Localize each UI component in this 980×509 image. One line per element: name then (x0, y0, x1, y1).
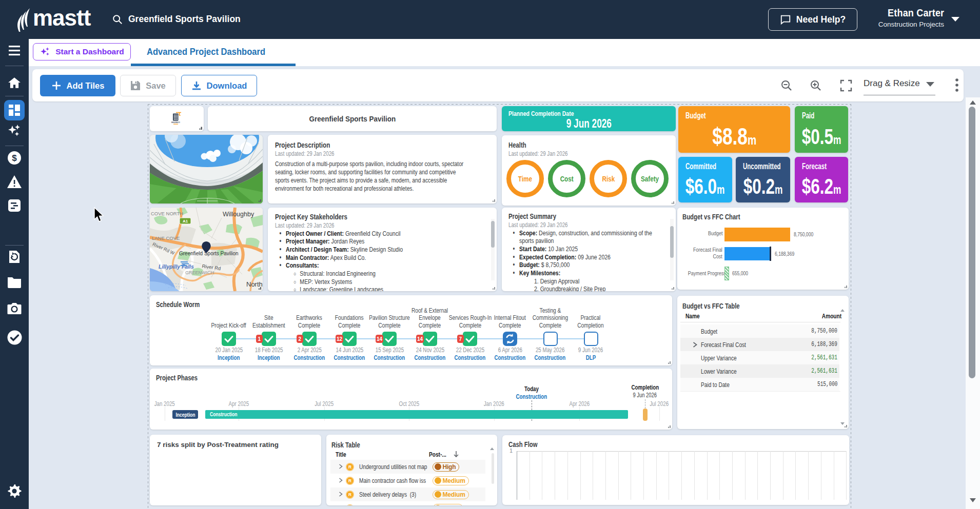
svg-text:Willoughby: Willoughby (223, 211, 254, 218)
svg-text:BUILDINGCO: BUILDINGCO (171, 121, 180, 124)
svg-text:COVE NORTH: COVE NORTH (151, 211, 183, 216)
svg-text:GREENWICH: GREENWICH (185, 270, 214, 275)
svg-text:Greenfield Sports Pavilion: Greenfield Sports Pavilion (179, 251, 239, 256)
svg-text:A1: A1 (183, 219, 188, 223)
svg-text:LANE COVE: LANE COVE (152, 235, 180, 241)
svg-text:$: $ (12, 153, 17, 163)
svg-text:Lillypilly Falls: Lillypilly Falls (159, 263, 194, 270)
